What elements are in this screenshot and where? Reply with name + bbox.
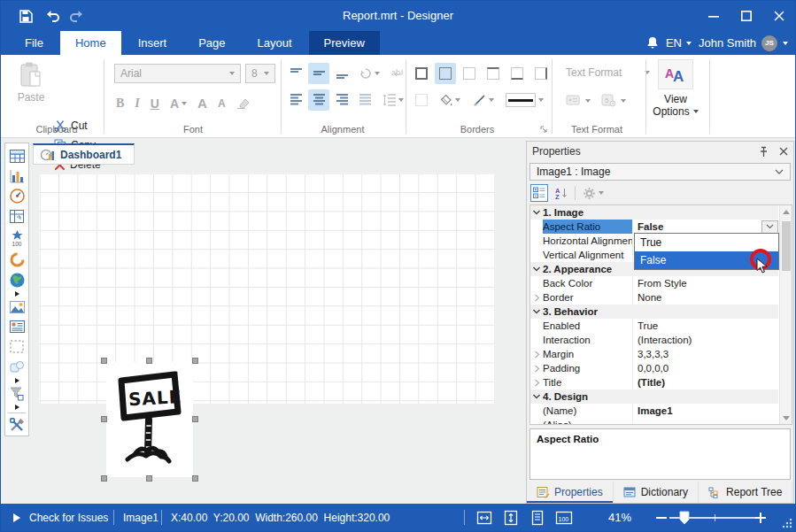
prop-row-title[interactable]: Title(Title): [530, 375, 778, 389]
border-all-button[interactable]: [411, 63, 432, 84]
menu-tab-preview[interactable]: Preview: [309, 31, 380, 55]
scrollbar-thumb[interactable]: [782, 221, 791, 271]
resize-grip[interactable]: [782, 518, 792, 528]
prop-row-alias[interactable]: (Alias): [530, 418, 778, 425]
tools-tool[interactable]: [7, 415, 27, 435]
align-top-button[interactable]: [285, 63, 306, 84]
whole-page-button[interactable]: [529, 509, 546, 527]
border-bottom-button[interactable]: [506, 63, 528, 84]
property-grid-scrollbar[interactable]: [779, 205, 792, 424]
resize-handle-w[interactable]: [101, 416, 107, 422]
panel-tool[interactable]: [7, 337, 27, 357]
prop-row-border[interactable]: BorderNone: [530, 290, 778, 305]
prop-value[interactable]: 3,3,3,3: [633, 349, 778, 359]
zoom-100-button[interactable]: 100: [555, 509, 573, 527]
resize-handle-e[interactable]: [192, 416, 198, 422]
prop-value[interactable]: From Style: [633, 278, 778, 289]
align-left-button[interactable]: [285, 89, 306, 111]
alphabetical-sort-button[interactable]: AZ: [553, 184, 570, 202]
image-tool[interactable]: [7, 297, 27, 317]
more-components-arrow[interactable]: [5, 290, 28, 297]
gauge-tool[interactable]: [7, 187, 27, 206]
prop-row-margin[interactable]: Margin3,3,3,3: [530, 347, 778, 361]
indicator-tool[interactable]: 100: [7, 227, 27, 250]
more-filters-arrow[interactable]: [5, 405, 28, 412]
dashboard-canvas[interactable]: SALE: [39, 174, 494, 404]
panel-tab-dictionary[interactable]: Dictionary: [614, 482, 699, 503]
selected-image-component[interactable]: SALE: [104, 360, 196, 479]
resize-handle-s[interactable]: [146, 475, 152, 482]
resize-handle-nw[interactable]: [101, 358, 107, 364]
pin-icon[interactable]: [759, 146, 769, 158]
bell-icon[interactable]: [646, 36, 659, 50]
prop-value[interactable]: None: [633, 292, 778, 303]
menu-tab-page[interactable]: Page: [183, 31, 240, 55]
language-selector[interactable]: EN: [666, 36, 692, 50]
categorized-view-button[interactable]: [530, 184, 548, 202]
map-tool[interactable]: [7, 270, 27, 289]
menu-tab-home[interactable]: Home: [60, 31, 121, 55]
collapse-icon[interactable]: [530, 266, 543, 273]
card-tool[interactable]: [7, 317, 27, 336]
check-for-issues-button[interactable]: Check for Issues: [29, 504, 108, 531]
expand-icon[interactable]: [530, 365, 543, 373]
menu-tab-file[interactable]: File: [10, 31, 58, 55]
align-middle-button[interactable]: [308, 63, 329, 84]
zoom-in-button[interactable]: [752, 509, 769, 527]
filter-tool[interactable]: [7, 384, 27, 404]
expand-icon[interactable]: [530, 351, 543, 359]
fit-page-height-button[interactable]: [502, 509, 520, 527]
prop-category-1-image[interactable]: 1. Image: [530, 205, 778, 220]
prop-row-name[interactable]: (Name)Image1: [530, 404, 778, 418]
menu-tab-insert[interactable]: Insert: [123, 31, 182, 55]
progress-tool[interactable]: [7, 251, 27, 270]
sale-sign-image[interactable]: SALE: [106, 362, 193, 477]
component-selector[interactable]: Image1 : Image: [529, 163, 791, 181]
chart-tool[interactable]: [7, 167, 27, 187]
shape-tool[interactable]: [7, 358, 27, 377]
expand-icon[interactable]: [530, 379, 543, 387]
close-button[interactable]: [762, 1, 795, 31]
panel-tab-properties[interactable]: Properties: [527, 482, 614, 503]
fit-page-width-button[interactable]: [475, 509, 493, 527]
collapse-icon[interactable]: [530, 308, 543, 315]
zoom-slider-thumb[interactable]: [679, 511, 690, 525]
more-shapes-arrow[interactable]: [5, 377, 28, 384]
dashboard-tab[interactable]: Dashboard1: [33, 143, 135, 165]
resize-handle-sw[interactable]: [101, 475, 107, 482]
border-color-button[interactable]: [468, 89, 498, 111]
resize-handle-n[interactable]: [146, 358, 152, 364]
borders-dialog-launcher-icon[interactable]: [539, 125, 548, 134]
border-outside-button[interactable]: [435, 63, 456, 84]
settings-gear-button[interactable]: [580, 184, 607, 202]
prop-value[interactable]: True: [633, 320, 778, 331]
prop-row-padding[interactable]: Padding0,0,0,0: [530, 361, 778, 375]
align-bottom-button[interactable]: [331, 63, 352, 84]
align-right-button[interactable]: [331, 89, 352, 111]
prop-row-aspect-ratio[interactable]: Aspect RatioFalse: [530, 220, 778, 234]
fill-color-button[interactable]: [435, 89, 465, 111]
prop-value[interactable]: 0,0,0,0: [633, 363, 778, 374]
border-style-button[interactable]: [502, 89, 546, 111]
align-justify-button[interactable]: [354, 89, 375, 111]
border-top-button[interactable]: [483, 63, 504, 84]
prop-value[interactable]: Image1: [633, 405, 778, 416]
view-options-button[interactable]: AA View Options: [650, 59, 701, 118]
resize-handle-se[interactable]: [192, 475, 198, 482]
align-center-button[interactable]: [308, 89, 329, 111]
prop-value[interactable]: (Title): [633, 377, 778, 388]
zoom-out-button[interactable]: [653, 509, 670, 527]
prop-row-back-color[interactable]: Back ColorFrom Style: [530, 276, 778, 290]
prop-row-enabled[interactable]: EnabledTrue: [530, 319, 778, 333]
close-panel-icon[interactable]: [779, 147, 788, 156]
collapse-icon[interactable]: [530, 393, 543, 400]
value-dropdown-button[interactable]: [761, 220, 778, 234]
border-right-button[interactable]: [530, 63, 552, 84]
minimize-button[interactable]: [697, 1, 730, 31]
expand-icon[interactable]: [530, 294, 543, 302]
prop-row-interaction[interactable]: Interaction(Interaction): [530, 333, 778, 347]
pivot-tool[interactable]: [7, 207, 27, 227]
border-none-button[interactable]: [459, 63, 480, 84]
maximize-button[interactable]: [730, 1, 762, 31]
prop-value[interactable]: (Interaction): [633, 335, 778, 345]
